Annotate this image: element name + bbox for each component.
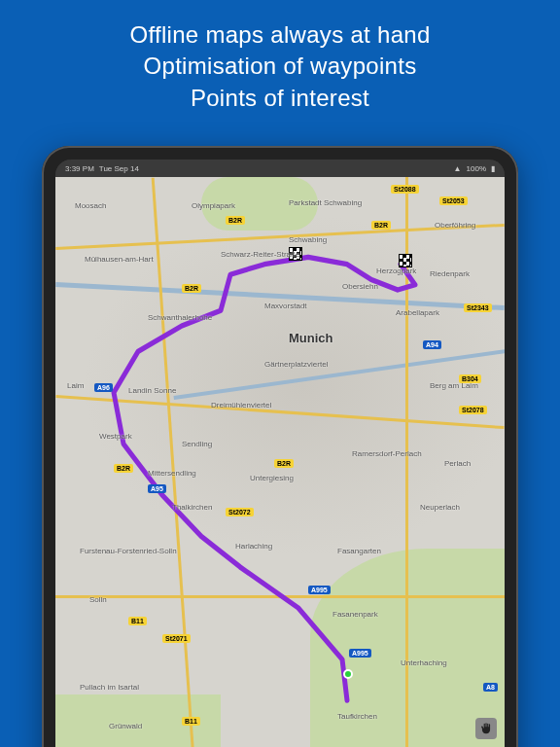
map-road (55, 595, 505, 598)
route-start-icon (343, 669, 353, 679)
map-label: Unterhaching (401, 658, 447, 667)
map-label: Schwarz-Reiter-Straße (221, 250, 299, 259)
marketing-headline: Offline maps always at hand Optimisation… (0, 0, 560, 114)
road-sign: B11 (128, 617, 147, 625)
map-label: Maxvorstadt (264, 302, 307, 310)
map-label: Ramersdorf-Perlach (352, 449, 422, 458)
map-label: Untergiesing (250, 474, 294, 482)
pan-hand-button[interactable] (475, 718, 497, 739)
map-label: Parkstadt Schwabing (289, 198, 362, 207)
map-label: Taufkirchen (337, 712, 377, 721)
map-label: Thalkirchen (172, 503, 212, 512)
map-canvas[interactable]: Munich Moosach Olympiapark Parkstadt Sch… (55, 177, 505, 747)
headline-line-2: Optimisation of waypoints (0, 51, 560, 82)
map-label: Oberföhring (435, 221, 475, 230)
map-label: Perlach (444, 459, 471, 468)
road-sign: St2072 (226, 508, 254, 516)
map-city-label: Munich (289, 331, 333, 345)
road-sign: A995 (349, 649, 371, 658)
road-sign: A8 (483, 683, 498, 692)
road-sign: B2R (226, 216, 245, 225)
road-sign: St2088 (391, 185, 419, 194)
road-sign: A995 (308, 586, 331, 594)
wifi-icon: ▲ (454, 164, 462, 173)
road-sign: A96 (94, 383, 113, 392)
map-label: Moosach (75, 201, 106, 210)
status-date: Tue Sep 14 (99, 164, 139, 173)
road-sign: A94 (423, 340, 441, 349)
map-label: Schwabing (289, 235, 327, 244)
map-label: Fasanenpark (332, 610, 378, 619)
map-label: Mittersendling (148, 469, 196, 478)
status-bar: 3:39 PM Tue Sep 14 ▲ 100% ▮ (55, 160, 505, 177)
road-sign: St2071 (162, 634, 191, 643)
map-label: Olympiapark (192, 201, 235, 210)
map-label: Grünwald (109, 722, 142, 730)
map-label: Arabellapark (396, 308, 439, 317)
road-sign: St2078 (459, 406, 487, 414)
map-label: Schwanthalerhohe (148, 313, 212, 322)
road-sign: St2343 (464, 303, 492, 312)
map-label: Landin Sonne (128, 386, 176, 395)
map-label: Fasangarten (337, 547, 381, 555)
map-label: Pullach im Isartal (80, 683, 139, 692)
battery-icon: ▮ (491, 164, 495, 173)
road-sign: A95 (148, 484, 166, 493)
road-sign: B304 (459, 374, 481, 383)
headline-line-1: Offline maps always at hand (0, 19, 560, 51)
map-label: Laim (67, 381, 84, 390)
map-label: Furstenau-Forstenried-Solln (80, 547, 177, 555)
road-sign: B2R (182, 284, 201, 293)
tablet-screen: 3:39 PM Tue Sep 14 ▲ 100% ▮ (55, 160, 505, 747)
map-label: Herzogpark (376, 267, 416, 275)
status-battery: 100% (467, 164, 486, 173)
map-label: Solln (89, 595, 107, 604)
map-label: Neuperlach (420, 503, 460, 512)
map-label: Westpark (99, 432, 132, 441)
map-label: Obersiehn (342, 282, 378, 291)
tablet-frame: 3:39 PM Tue Sep 14 ▲ 100% ▮ (42, 146, 518, 747)
pan-hand-icon (479, 722, 493, 735)
headline-line-3: Points of interest (0, 83, 560, 114)
road-sign: B11 (182, 717, 200, 726)
map-label: Harlaching (235, 542, 272, 551)
status-time: 3:39 PM (65, 164, 94, 173)
finish-flag-icon (399, 254, 412, 267)
road-sign: St2053 (439, 196, 468, 205)
map-label: Dreimühlenviertel (211, 401, 271, 409)
map-label: Riedenpark (430, 269, 470, 278)
map-label: Sendling (182, 440, 212, 448)
road-sign: B2R (371, 221, 391, 230)
map-label: Mülhausen-am-Hart (85, 255, 154, 264)
road-sign: B2R (274, 459, 294, 468)
road-sign: B2R (114, 464, 133, 473)
map-label: Gärtnerplatzviertel (264, 360, 328, 369)
